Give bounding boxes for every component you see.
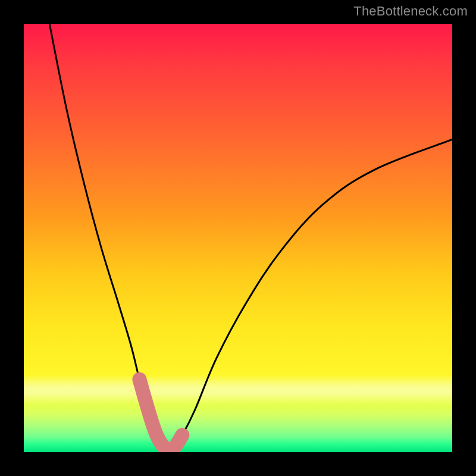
curve-layer [24,24,452,452]
highlight-range [139,380,182,450]
plot-area [24,24,452,452]
bottleneck-curve [49,24,452,450]
chart-frame: TheBottleneck.com [0,0,476,476]
watermark-text: TheBottleneck.com [353,4,468,19]
highlight-dot [134,378,145,389]
